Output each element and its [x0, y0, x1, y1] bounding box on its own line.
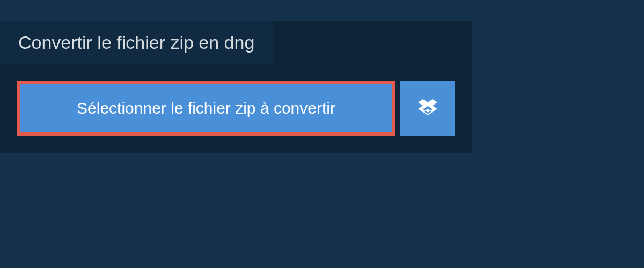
tab-convert[interactable]: Convertir le fichier zip en dng: [0, 21, 273, 64]
select-file-label: Sélectionner le fichier zip à convertir: [77, 99, 335, 117]
tab-title: Convertir le fichier zip en dng: [18, 32, 254, 53]
dropbox-button[interactable]: [400, 81, 455, 136]
converter-panel: Convertir le fichier zip en dng Sélectio…: [0, 21, 472, 153]
dropbox-icon: [418, 98, 437, 119]
select-file-button[interactable]: Sélectionner le fichier zip à convertir: [17, 81, 395, 136]
button-row: Sélectionner le fichier zip à convertir: [0, 64, 472, 153]
